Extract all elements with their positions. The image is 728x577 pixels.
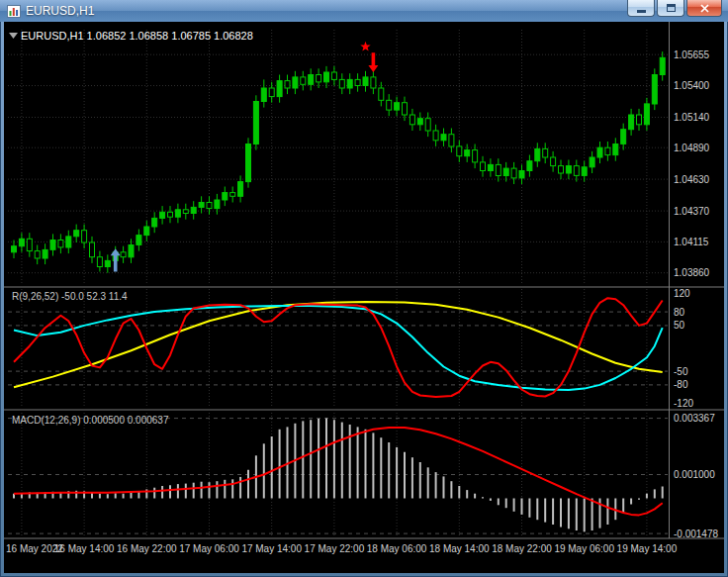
close-button[interactable] bbox=[686, 0, 722, 17]
window-title: EURUSD,H1 bbox=[26, 0, 94, 22]
time-axis-label: 18 May 14:00 bbox=[429, 543, 490, 554]
minimize-icon bbox=[637, 10, 646, 13]
oscillator-axis-label: 80 bbox=[674, 307, 685, 318]
price-axis-label: 1.04115 bbox=[674, 237, 709, 247]
macd-axis-label: 0.001000 bbox=[674, 469, 715, 480]
price-axis-label: 1.04890 bbox=[674, 143, 710, 153]
minimize-button[interactable] bbox=[627, 0, 655, 17]
oscillator-axis-label: -50 bbox=[674, 366, 688, 377]
price-axis-label: 1.03860 bbox=[674, 267, 710, 278]
window-controls bbox=[625, 0, 728, 17]
oscillator-axis-label: 120 bbox=[674, 288, 690, 299]
restore-icon bbox=[667, 4, 676, 12]
time-axis-label: 18 May 06:00 bbox=[367, 543, 427, 554]
oscillator-axis-label: -120 bbox=[674, 398, 693, 409]
price-axis-label: 1.05400 bbox=[674, 80, 710, 91]
time-axis-label: 17 May 14:00 bbox=[241, 543, 302, 554]
macd-axis-label: -0.001478 bbox=[674, 529, 718, 539]
chart-title-ohlc: EURUSD,H1 1.06852 1.06858 1.06785 1.0682… bbox=[21, 30, 253, 42]
macd-axis-label: 0.003367 bbox=[674, 413, 715, 424]
macd-title: MACD(12,26,9) 0.000500 0.000637 bbox=[12, 415, 169, 426]
price-axis-label: 1.05140 bbox=[674, 112, 710, 123]
price-axis-label: 1.04630 bbox=[674, 174, 710, 185]
time-axis-label: 17 May 22:00 bbox=[305, 543, 365, 554]
chart-window: EURUSD,H1 1.056551.054001.051401.048901.… bbox=[0, 0, 728, 577]
time-axis-label: 19 May 06:00 bbox=[554, 543, 614, 554]
time-axis-label: 17 May 06:00 bbox=[179, 543, 239, 554]
chart-area: 1.056551.054001.051401.048901.046301.043… bbox=[4, 22, 724, 573]
close-icon bbox=[700, 4, 709, 13]
oscillator-axis-label: 50 bbox=[674, 320, 685, 331]
oscillator-axis-label: -80 bbox=[674, 379, 688, 390]
time-axis-label: 16 May 14:00 bbox=[54, 543, 115, 554]
time-axis-label: 16 May 22:00 bbox=[117, 543, 177, 554]
chart-canvas[interactable]: 1.056551.054001.051401.048901.046301.043… bbox=[4, 22, 724, 573]
restore-button[interactable] bbox=[657, 0, 684, 17]
price-axis-label: 1.05655 bbox=[674, 49, 710, 60]
window-titlebar[interactable]: EURUSD,H1 bbox=[0, 0, 728, 22]
price-axis-label: 1.04370 bbox=[674, 206, 710, 217]
time-axis-label: 18 May 22:00 bbox=[492, 543, 552, 554]
time-axis: 16 May 202216 May 14:0016 May 22:0017 Ma… bbox=[6, 543, 678, 554]
oscillator-title: R(9,26,52) -50.0 52.3 11.4 bbox=[12, 291, 128, 302]
time-axis-label: 19 May 14:00 bbox=[617, 543, 678, 554]
chart-window-icon bbox=[7, 5, 21, 18]
